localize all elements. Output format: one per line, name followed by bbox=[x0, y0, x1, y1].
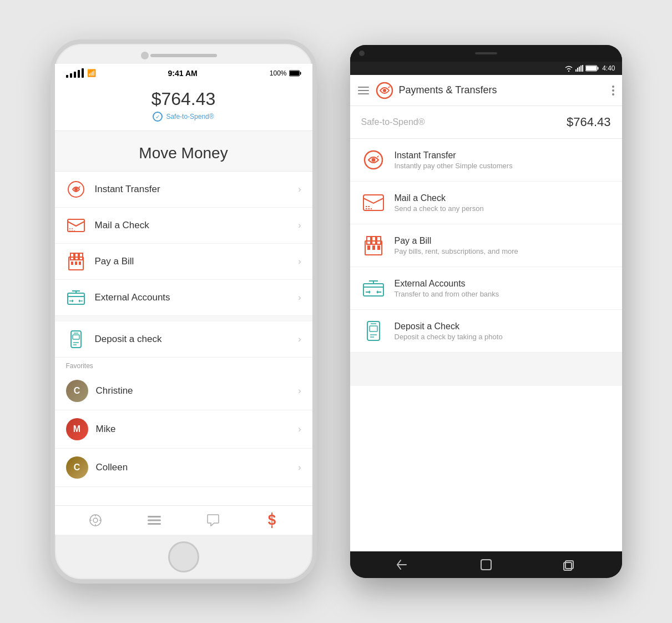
instant-transfer-icon bbox=[66, 179, 86, 199]
android-menu-item-mail-check[interactable]: Mail a Check Send a check to any person bbox=[350, 182, 622, 224]
ios-sts-label: Safe-to-Spend® bbox=[166, 113, 214, 120]
android-app-title: Payments & Transfers bbox=[399, 84, 612, 96]
ios-menu-list: Instant Transfer › Mail a Check › bbox=[55, 172, 312, 505]
pay-bill-icon bbox=[66, 252, 86, 272]
svg-text:$: $ bbox=[267, 513, 276, 528]
pay-bill-icon bbox=[361, 233, 386, 258]
android-menu-item-external-accounts[interactable]: External Accounts Transfer to and from o… bbox=[350, 267, 622, 310]
ios-section-divider bbox=[55, 316, 312, 321]
chevron-right-icon: › bbox=[298, 184, 301, 194]
mail-check-icon bbox=[66, 215, 86, 235]
ios-time: 9:41 AM bbox=[168, 69, 198, 78]
android-signal-icon bbox=[575, 65, 583, 72]
android-menu-title-mail-check: Mail a Check bbox=[395, 193, 611, 203]
android-menu-text-deposit-check: Deposit a Check Deposit a check by takin… bbox=[395, 321, 611, 341]
ios-favorites-label: Favorites bbox=[55, 358, 312, 372]
android-app-bar: Payments & Transfers bbox=[350, 75, 622, 106]
ios-contact-label-christine: Christine bbox=[96, 385, 299, 396]
android-wifi-icon bbox=[564, 65, 573, 72]
ios-contact-label-colleen: Colleen bbox=[96, 462, 299, 473]
android-menu-title-instant-transfer: Instant Transfer bbox=[395, 150, 611, 160]
ios-menu-item-pay-bill[interactable]: Pay a Bill › bbox=[55, 244, 312, 280]
svg-rect-42 bbox=[363, 284, 383, 296]
svg-point-31 bbox=[383, 89, 386, 92]
sts-check-icon: ✓ bbox=[153, 112, 163, 122]
ios-contact-label-mike: Mike bbox=[96, 424, 299, 435]
ios-menu-label-deposit-check: Deposit a check bbox=[95, 334, 299, 345]
chevron-right-icon: › bbox=[298, 257, 301, 267]
android-recents-button[interactable] bbox=[562, 557, 577, 572]
ios-page-title-section: Move Money bbox=[55, 131, 312, 172]
external-accounts-icon bbox=[361, 276, 386, 300]
svg-rect-41 bbox=[377, 245, 380, 250]
svg-rect-2 bbox=[290, 71, 299, 76]
deposit-check-icon bbox=[361, 319, 386, 343]
svg-rect-10 bbox=[71, 262, 73, 265]
chevron-right-icon: › bbox=[298, 334, 301, 344]
ios-menu-label-instant-transfer: Instant Transfer bbox=[95, 184, 299, 195]
svg-point-17 bbox=[93, 518, 98, 522]
android-menu-subtitle-instant-transfer: Instantly pay other Simple customers bbox=[395, 162, 611, 170]
ios-balance-header: $764.43 ✓ Safe-to-Spend® bbox=[55, 80, 312, 131]
money-nav-icon[interactable]: $ bbox=[264, 513, 280, 528]
svg-rect-22 bbox=[575, 69, 577, 72]
svg-rect-28 bbox=[598, 67, 599, 70]
iphone-device: 📶 9:41 AM 100% $764.43 ✓ Safe-to-S bbox=[50, 39, 317, 584]
ios-menu-item-mike[interactable]: M Mike › bbox=[55, 410, 312, 449]
android-battery-icon bbox=[585, 65, 599, 72]
iphone-screen: 📶 9:41 AM 100% $764.43 ✓ Safe-to-S bbox=[55, 64, 312, 535]
external-accounts-icon bbox=[66, 288, 86, 308]
ios-menu-item-colleen[interactable]: C Colleen › bbox=[55, 449, 312, 487]
ios-menu-label-pay-bill: Pay a Bill bbox=[95, 256, 299, 267]
android-menu-text-instant-transfer: Instant Transfer Instantly pay other Sim… bbox=[395, 150, 611, 170]
ios-menu-item-instant-transfer[interactable]: Instant Transfer › bbox=[55, 172, 312, 208]
android-menu-text-pay-bill: Pay a Bill Pay bills, rent, subscription… bbox=[395, 236, 611, 255]
deposit-check-icon bbox=[66, 329, 86, 349]
avatar-colleen: C bbox=[66, 456, 88, 479]
android-sts-amount: $764.43 bbox=[567, 115, 611, 129]
svg-rect-39 bbox=[367, 245, 370, 250]
android-sts-bar: Safe-to-Spend® $764.43 bbox=[350, 106, 622, 139]
svg-rect-18 bbox=[148, 516, 161, 518]
svg-rect-26 bbox=[582, 65, 583, 72]
svg-rect-25 bbox=[580, 66, 582, 72]
svg-rect-24 bbox=[579, 67, 580, 72]
android-menu-list: Instant Transfer Instantly pay other Sim… bbox=[350, 139, 622, 551]
android-home-button[interactable] bbox=[478, 557, 494, 572]
chevron-right-icon: › bbox=[298, 220, 301, 230]
ios-battery: 100% bbox=[270, 69, 301, 77]
android-top-bar bbox=[350, 45, 622, 62]
svg-rect-40 bbox=[372, 245, 375, 250]
ios-menu-item-christine[interactable]: C Christine › bbox=[55, 372, 312, 410]
svg-rect-11 bbox=[75, 262, 77, 265]
android-status-bar: 4:40 bbox=[350, 62, 622, 75]
ios-menu-item-external-accounts[interactable]: External Accounts › bbox=[55, 280, 312, 316]
ios-menu-item-mail-check[interactable]: Mail a Check › bbox=[55, 208, 312, 244]
iphone-home-button[interactable] bbox=[168, 541, 199, 572]
wifi-icon: 📶 bbox=[87, 69, 96, 77]
android-camera bbox=[359, 51, 365, 56]
svg-rect-12 bbox=[79, 262, 81, 265]
android-screen: Safe-to-Spend® $764.43 Instan bbox=[350, 106, 622, 551]
ios-menu-item-deposit-check[interactable]: Deposit a check › bbox=[55, 321, 312, 358]
android-back-button[interactable] bbox=[395, 557, 411, 572]
chevron-right-icon: › bbox=[298, 293, 301, 303]
android-menu-title-external-accounts: External Accounts bbox=[395, 279, 611, 289]
android-menu-subtitle-mail-check: Send a check to any person bbox=[395, 204, 611, 213]
chevron-right-icon: › bbox=[298, 463, 301, 473]
android-menu-item-instant-transfer[interactable]: Instant Transfer Instantly pay other Sim… bbox=[350, 139, 622, 182]
chevron-right-icon: › bbox=[298, 386, 301, 396]
chat-nav-icon[interactable] bbox=[205, 513, 221, 528]
avatar-christine: C bbox=[66, 380, 88, 402]
hamburger-menu-icon[interactable] bbox=[358, 87, 369, 94]
android-menu-subtitle-external-accounts: Transfer to and from other banks bbox=[395, 290, 611, 298]
android-sts-label: Safe-to-Spend® bbox=[361, 117, 425, 127]
iphone-camera bbox=[141, 52, 149, 59]
overflow-menu-icon[interactable] bbox=[612, 86, 614, 96]
home-nav-icon[interactable] bbox=[88, 513, 103, 528]
android-menu-text-external-accounts: External Accounts Transfer to and from o… bbox=[395, 279, 611, 298]
svg-rect-29 bbox=[586, 66, 597, 71]
android-menu-item-deposit-check[interactable]: Deposit a Check Deposit a check by takin… bbox=[350, 310, 622, 353]
menu-nav-icon[interactable] bbox=[146, 513, 162, 528]
android-menu-item-pay-bill[interactable]: Pay a Bill Pay bills, rent, subscription… bbox=[350, 224, 622, 267]
